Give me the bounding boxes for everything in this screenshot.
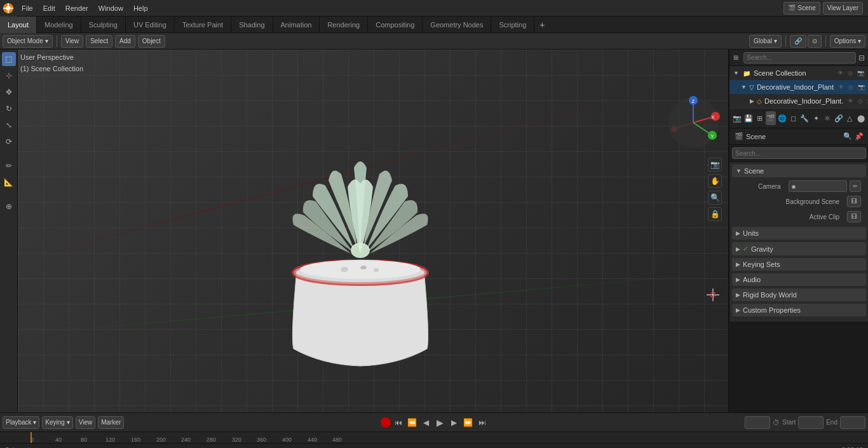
tool-add[interactable]: ⊕ xyxy=(2,200,16,214)
tool-cursor[interactable]: ⊹ xyxy=(2,69,16,83)
prop-material[interactable]: ⬤ xyxy=(856,111,866,125)
tab-scripting[interactable]: Scripting xyxy=(491,17,534,33)
tool-transform[interactable]: ⟳ xyxy=(2,135,16,149)
viewport-3d[interactable]: ◎ ⊡ ● ◉ ○ ⊕ xyxy=(18,50,728,412)
view-layer-selector[interactable]: View Layer xyxy=(823,2,863,15)
tab-geometry-nodes[interactable]: Geometry Nodes xyxy=(423,17,491,33)
camera-edit-btn[interactable]: ✏ xyxy=(850,180,861,192)
tab-sculpting[interactable]: Sculpting xyxy=(81,17,126,33)
visibility-action-2[interactable]: 👁 xyxy=(836,83,845,92)
proportional-edit[interactable]: ⊙ xyxy=(808,35,822,48)
prop-object[interactable]: ◻ xyxy=(789,111,799,125)
jump-start-button[interactable]: ⏮ xyxy=(392,416,405,429)
outliner-item-plant-child[interactable]: ▶ ◇ Decorative_Indoor_Plant. 👁 ◎ 📷 xyxy=(729,94,868,108)
prop-constraints[interactable]: 🔗 xyxy=(834,111,844,125)
tab-modeling[interactable]: Modeling xyxy=(37,17,81,33)
properties-search-input[interactable] xyxy=(732,147,866,159)
gravity-section-header[interactable]: ▶ ✓ Gravity xyxy=(732,242,866,255)
jump-end-button[interactable]: ⏭ xyxy=(476,416,489,429)
render-action-2[interactable]: 📷 xyxy=(857,83,865,92)
select-menu[interactable]: Select xyxy=(86,35,112,48)
units-section-header[interactable]: ▶ Units xyxy=(732,227,866,240)
view-menu-timeline[interactable]: View xyxy=(76,416,96,429)
start-frame-input[interactable]: 1 xyxy=(798,416,824,429)
tab-texture-paint[interactable]: Texture Paint xyxy=(175,17,231,33)
add-workspace-button[interactable]: + xyxy=(534,20,550,30)
prev-keyframe-button[interactable]: ⏪ xyxy=(406,416,419,429)
select-action-2[interactable]: ◎ xyxy=(846,83,855,92)
add-menu[interactable]: Add xyxy=(115,35,135,48)
prop-physics[interactable]: ⚛ xyxy=(822,111,832,125)
prop-modifier[interactable]: 🔧 xyxy=(800,111,810,125)
transform-global[interactable]: Global ▾ xyxy=(749,35,782,48)
audio-section-header[interactable]: ▶ Audio xyxy=(732,273,866,286)
tool-scale[interactable]: ⤡ xyxy=(2,118,16,132)
current-frame-input[interactable]: 1 xyxy=(745,416,770,429)
play-button[interactable]: ▶ xyxy=(434,416,447,429)
tool-move[interactable]: ✥ xyxy=(2,85,16,99)
menu-edit[interactable]: Edit xyxy=(38,0,60,17)
view-menu[interactable]: View xyxy=(61,35,84,48)
rigid-body-arrow: ▶ xyxy=(736,292,740,298)
next-frame-button[interactable]: ▶ xyxy=(448,416,461,429)
prop-output[interactable]: 💾 xyxy=(743,111,754,125)
snap-toggle[interactable]: 🔗 xyxy=(790,35,806,48)
zoom-tool[interactable]: 🔍 xyxy=(708,191,722,205)
pan-tool[interactable]: ✋ xyxy=(708,174,722,188)
tab-rendering[interactable]: Rendering xyxy=(320,17,368,33)
tab-uv-editing[interactable]: UV Editing xyxy=(126,17,175,33)
tab-shading[interactable]: Shading xyxy=(231,17,273,33)
navigation-gizmo[interactable]: X Y Z xyxy=(665,94,722,151)
prop-world[interactable]: 🌐 xyxy=(777,111,787,125)
custom-props-section-header[interactable]: ▶ Custom Properties xyxy=(732,304,866,316)
select-action[interactable]: ◎ xyxy=(846,69,855,78)
object-mode-selector[interactable]: Object Mode ▾ xyxy=(3,35,53,48)
playback-menu[interactable]: Playback ▾ xyxy=(3,416,39,429)
tab-animation[interactable]: Animation xyxy=(273,17,320,33)
tab-layout[interactable]: Layout xyxy=(0,17,37,33)
camera-lock-tool[interactable]: 🔒 xyxy=(708,207,722,221)
scene-section-header[interactable]: ▼ Scene xyxy=(732,165,866,177)
prop-render[interactable]: 📷 xyxy=(732,111,742,125)
outliner-filter-button[interactable]: ⊟ xyxy=(858,53,865,62)
next-keyframe-button[interactable]: ⏩ xyxy=(462,416,475,429)
menu-help[interactable]: Help xyxy=(128,0,153,17)
app-logo[interactable] xyxy=(0,0,17,17)
bg-scene-movie-icon[interactable]: 🎞 xyxy=(847,196,861,207)
outliner-item-plant-parent[interactable]: ▼ ▽ Decorative_Indoor_Plant 👁 ◎ 📷 xyxy=(729,80,868,94)
object-menu[interactable]: Object xyxy=(138,35,165,48)
visibility-action-3[interactable]: 👁 xyxy=(846,97,855,105)
prop-view-layer[interactable]: ⊞ xyxy=(755,111,765,125)
outliner-item-scene-collection[interactable]: ▼ 📁 Scene Collection 👁 ◎ 📷 xyxy=(729,66,868,80)
tool-measure[interactable]: 📐 xyxy=(2,175,16,189)
camera-value[interactable]: ■ xyxy=(789,180,847,192)
tab-compositing[interactable]: Compositing xyxy=(368,17,423,33)
tool-rotate[interactable]: ↻ xyxy=(2,102,16,116)
menu-file[interactable]: File xyxy=(17,0,38,17)
marker-menu[interactable]: Marker xyxy=(98,416,124,429)
prop-data[interactable]: △ xyxy=(845,111,855,125)
keying-menu[interactable]: Keying ▾ xyxy=(42,416,72,429)
menu-window[interactable]: Window xyxy=(93,0,128,17)
tool-select[interactable]: ⬚ xyxy=(2,52,16,66)
options-button[interactable]: Options ▾ xyxy=(830,35,865,48)
render-action[interactable]: 📷 xyxy=(856,69,865,78)
menu-render[interactable]: Render xyxy=(60,0,93,17)
visibility-action[interactable]: 👁 xyxy=(836,69,844,78)
prev-frame-button[interactable]: ◀ xyxy=(420,416,433,429)
scene-selector[interactable]: 🎬 Scene xyxy=(783,2,820,15)
prop-scene[interactable]: 🎬 xyxy=(766,111,776,125)
right-panel: ⊞ ⊟ ▼ 📁 Scene Collection 👁 ◎ 📷 ▼ ▽ Decor… xyxy=(728,50,868,412)
tool-annotate[interactable]: ✏ xyxy=(2,159,16,173)
properties-title: Scene xyxy=(746,133,766,140)
prop-particles[interactable]: ✦ xyxy=(811,111,821,125)
rigid-body-section-header[interactable]: ▶ Rigid Body World xyxy=(732,288,866,301)
record-button[interactable] xyxy=(381,417,391,428)
outliner-search[interactable] xyxy=(743,52,856,64)
properties-search-icon[interactable]: 🔍 xyxy=(843,132,852,140)
select-action-3[interactable]: ◎ xyxy=(856,97,865,105)
end-frame-input[interactable]: 250 xyxy=(840,416,865,429)
camera-view-tool[interactable]: 📷 xyxy=(708,158,722,172)
active-clip-movie-icon[interactable]: 🎞 xyxy=(847,211,861,222)
keying-section-header[interactable]: ▶ Keying Sets xyxy=(732,258,866,271)
